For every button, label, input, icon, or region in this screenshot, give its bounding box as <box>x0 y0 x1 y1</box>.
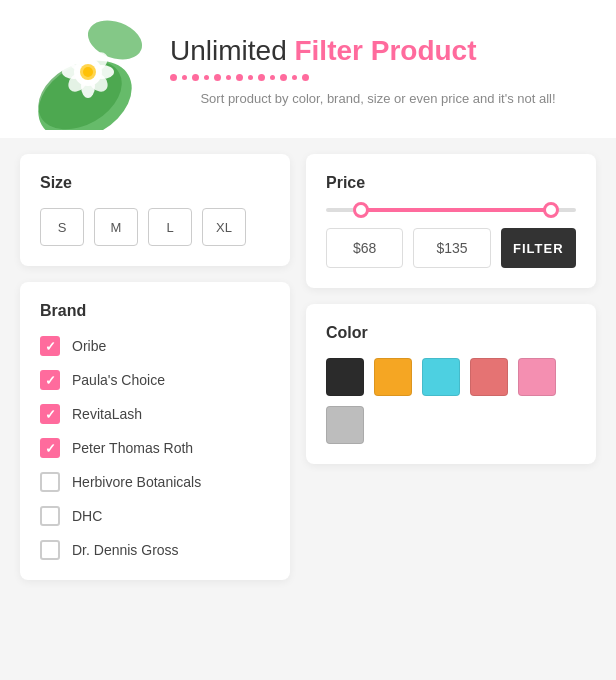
brand-item-5[interactable]: DHC <box>40 506 270 526</box>
main-content: Size SMLXL Brand OribePaula's ChoiceRevi… <box>0 138 616 596</box>
brand-item-1[interactable]: Paula's Choice <box>40 370 270 390</box>
brand-label-0: Oribe <box>72 338 106 354</box>
dot-11 <box>280 74 287 81</box>
leaf-decoration <box>30 20 150 130</box>
color-swatch-1[interactable] <box>374 358 412 396</box>
header-subtitle: Sort product by color, brand, size or ev… <box>170 91 586 106</box>
color-swatch-2[interactable] <box>422 358 460 396</box>
checkbox-checked-3 <box>40 438 60 458</box>
brand-list: OribePaula's ChoiceRevitaLashPeter Thoma… <box>40 336 270 560</box>
brand-label-1: Paula's Choice <box>72 372 165 388</box>
dot-3 <box>192 74 199 81</box>
brand-label-5: DHC <box>72 508 102 524</box>
dot-7 <box>236 74 243 81</box>
brand-checkbox-4[interactable] <box>40 472 60 492</box>
size-m[interactable]: M <box>94 208 138 246</box>
dot-5 <box>214 74 221 81</box>
slider-fill <box>361 208 551 212</box>
brand-item-4[interactable]: Herbivore Botanicals <box>40 472 270 492</box>
color-swatch-3[interactable] <box>470 358 508 396</box>
right-column: Price $68 $135 FILTER Color <box>306 154 596 580</box>
brand-label-3: Peter Thomas Roth <box>72 440 193 456</box>
brand-label-2: RevitaLash <box>72 406 142 422</box>
brand-checkbox-0[interactable] <box>40 336 60 356</box>
brand-checkbox-1[interactable] <box>40 370 60 390</box>
checkbox-unchecked-4 <box>40 472 60 492</box>
header-text-block: Unlimited Filter Product Sort product by… <box>170 34 586 106</box>
checkbox-checked-0 <box>40 336 60 356</box>
svg-point-13 <box>83 67 93 77</box>
price-range: $68 $135 FILTER <box>326 208 576 268</box>
slider-thumb-max[interactable] <box>543 202 559 218</box>
size-card: Size SMLXL <box>20 154 290 266</box>
size-buttons-group: SMLXL <box>40 208 270 246</box>
color-card: Color <box>306 304 596 464</box>
brand-item-6[interactable]: Dr. Dennis Gross <box>40 540 270 560</box>
brand-item-0[interactable]: Oribe <box>40 336 270 356</box>
brand-label-4: Herbivore Botanicals <box>72 474 201 490</box>
left-column: Size SMLXL Brand OribePaula's ChoiceRevi… <box>20 154 290 580</box>
brand-checkbox-6[interactable] <box>40 540 60 560</box>
brand-item-3[interactable]: Peter Thomas Roth <box>40 438 270 458</box>
size-s[interactable]: S <box>40 208 84 246</box>
dot-8 <box>248 75 253 80</box>
dot-10 <box>270 75 275 80</box>
dot-6 <box>226 75 231 80</box>
checkbox-unchecked-6 <box>40 540 60 560</box>
checkbox-checked-2 <box>40 404 60 424</box>
price-inputs: $68 $135 FILTER <box>326 228 576 268</box>
color-swatch-4[interactable] <box>518 358 556 396</box>
brand-checkbox-2[interactable] <box>40 404 60 424</box>
brand-card: Brand OribePaula's ChoiceRevitaLashPeter… <box>20 282 290 580</box>
dot-4 <box>204 75 209 80</box>
filter-button[interactable]: FILTER <box>501 228 576 268</box>
brand-title: Brand <box>40 302 270 320</box>
header: Unlimited Filter Product Sort product by… <box>0 0 616 138</box>
color-swatches <box>326 358 576 444</box>
header-title: Unlimited Filter Product <box>170 34 586 68</box>
dot-12 <box>292 75 297 80</box>
header-logo <box>30 20 150 120</box>
brand-checkbox-3[interactable] <box>40 438 60 458</box>
dot-13 <box>302 74 309 81</box>
checkbox-checked-1 <box>40 370 60 390</box>
color-title: Color <box>326 324 576 342</box>
size-title: Size <box>40 174 270 192</box>
color-swatch-5[interactable] <box>326 406 364 444</box>
size-xl[interactable]: XL <box>202 208 246 246</box>
color-swatch-0[interactable] <box>326 358 364 396</box>
checkbox-unchecked-5 <box>40 506 60 526</box>
dot-9 <box>258 74 265 81</box>
brand-item-2[interactable]: RevitaLash <box>40 404 270 424</box>
size-l[interactable]: L <box>148 208 192 246</box>
price-card: Price $68 $135 FILTER <box>306 154 596 288</box>
min-price-input[interactable]: $68 <box>326 228 403 268</box>
brand-label-6: Dr. Dennis Gross <box>72 542 179 558</box>
brand-checkbox-5[interactable] <box>40 506 60 526</box>
dot-1 <box>170 74 177 81</box>
dot-2 <box>182 75 187 80</box>
max-price-input[interactable]: $135 <box>413 228 490 268</box>
slider-thumb-min[interactable] <box>353 202 369 218</box>
price-title: Price <box>326 174 576 192</box>
header-dots <box>170 74 586 81</box>
slider-track <box>326 208 576 212</box>
